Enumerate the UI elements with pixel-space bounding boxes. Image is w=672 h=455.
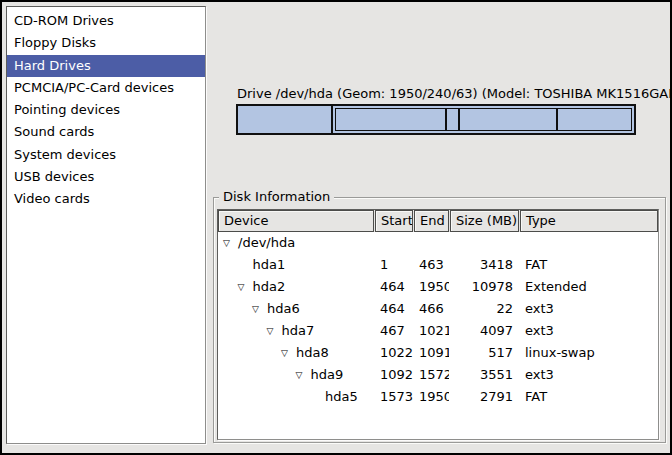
type-cell: FAT	[520, 386, 658, 408]
column-header-end[interactable]: End	[414, 210, 449, 232]
device-name: hda7	[282, 320, 315, 342]
table-body: ▽/dev/hdahda114633418FAT▽hda246419501097…	[218, 232, 658, 408]
device-name: hda5	[325, 386, 358, 408]
drive-title: Drive /dev/hda (Geom: 1950/240/63) (Mode…	[237, 86, 672, 101]
start-cell: 464	[375, 298, 413, 320]
device-cell: hda5	[218, 386, 374, 408]
size-cell: 3551	[450, 364, 519, 386]
column-header-type[interactable]: Type	[520, 210, 658, 232]
partition-segment-extended	[333, 106, 634, 135]
sidebar-item-video-cards[interactable]: Video cards	[7, 188, 205, 210]
tree-indent	[223, 375, 296, 376]
size-cell: 4097	[450, 320, 519, 342]
partition-segment-hda5	[557, 108, 632, 131]
start-cell: 1	[375, 254, 413, 276]
table-row-hda7[interactable]: ▽hda746710214097ext3	[218, 320, 658, 342]
disk-information-label: Disk Information	[219, 189, 334, 204]
type-cell: ext3	[520, 320, 658, 342]
start-cell	[375, 232, 413, 254]
partition-segment-hda7	[335, 108, 446, 131]
table-row-hda8[interactable]: ▽hda810221091517linux-swap	[218, 342, 658, 364]
device-cell: ▽hda2	[218, 276, 374, 298]
partition-segment-hda8	[446, 108, 459, 131]
sidebar-item-system-devices[interactable]: System devices	[7, 144, 205, 166]
table-row-hda2[interactable]: ▽hda2464195010978Extended	[218, 276, 658, 298]
end-cell: 1091	[414, 342, 449, 364]
device-name: hda6	[267, 298, 300, 320]
table-row-hda1[interactable]: hda114633418FAT	[218, 254, 658, 276]
start-cell: 467	[375, 320, 413, 342]
table-row-hda9[interactable]: ▽hda9109215723551ext3	[218, 364, 658, 386]
device-name: hda2	[253, 276, 286, 298]
expander-triangle-icon[interactable]: ▽	[267, 320, 282, 342]
partition-bar	[236, 104, 636, 135]
end-cell: 1572	[414, 364, 449, 386]
tree-indent	[223, 265, 238, 266]
device-cell: ▽hda9	[218, 364, 374, 386]
table-header-row: DeviceStartEndSize (MB)Type	[218, 210, 658, 232]
sidebar-item-hard-drives[interactable]: Hard Drives	[7, 55, 205, 77]
partition-segment-hda9	[459, 108, 557, 131]
column-header-size-mb-[interactable]: Size (MB)	[450, 210, 519, 232]
table-row-hda5[interactable]: hda5157319502791FAT	[218, 386, 658, 408]
device-cell: ▽hda7	[218, 320, 374, 342]
tree-indent	[223, 331, 267, 332]
end-cell: 1950	[414, 276, 449, 298]
device-name: hda1	[253, 254, 286, 276]
type-cell: ext3	[520, 298, 658, 320]
start-cell: 1092	[375, 364, 413, 386]
device-cell: ▽hda6	[218, 298, 374, 320]
partition-segment-primary	[238, 106, 333, 133]
end-cell	[414, 232, 449, 254]
end-cell: 463	[414, 254, 449, 276]
hardware-browser-window: CD-ROM DrivesFloppy DisksHard DrivesPCMC…	[0, 0, 672, 455]
device-name: hda9	[311, 364, 344, 386]
expander-triangle-icon[interactable]: ▽	[281, 342, 296, 364]
sidebar-item-floppy-disks[interactable]: Floppy Disks	[7, 32, 205, 54]
column-header-device[interactable]: Device	[218, 210, 374, 232]
device-name: /dev/hda	[238, 232, 295, 254]
size-cell: 517	[450, 342, 519, 364]
size-cell	[450, 232, 519, 254]
column-header-start[interactable]: Start	[375, 210, 413, 232]
size-cell: 3418	[450, 254, 519, 276]
tree-indent	[223, 353, 281, 354]
table-row--dev-hda[interactable]: ▽/dev/hda	[218, 232, 658, 254]
device-cell: ▽hda8	[218, 342, 374, 364]
device-category-list[interactable]: CD-ROM DrivesFloppy DisksHard DrivesPCMC…	[6, 6, 206, 444]
device-cell: ▽/dev/hda	[218, 232, 374, 254]
size-cell: 22	[450, 298, 519, 320]
expander-triangle-icon[interactable]: ▽	[252, 298, 267, 320]
size-cell: 2791	[450, 386, 519, 408]
end-cell: 466	[414, 298, 449, 320]
expander-triangle-icon[interactable]: ▽	[296, 364, 311, 386]
sidebar-item-pointing-devices[interactable]: Pointing devices	[7, 99, 205, 121]
expander-triangle-icon[interactable]: ▽	[223, 232, 238, 254]
expander-triangle-icon[interactable]: ▽	[238, 276, 253, 298]
sidebar-item-pcmcia-pc-card-devices[interactable]: PCMCIA/PC-Card devices	[7, 77, 205, 99]
type-cell: Extended	[520, 276, 658, 298]
table-row-hda6[interactable]: ▽hda646446622ext3	[218, 298, 658, 320]
type-cell: ext3	[520, 364, 658, 386]
start-cell: 1573	[375, 386, 413, 408]
start-cell: 1022	[375, 342, 413, 364]
tree-indent	[223, 309, 252, 310]
disk-information-table[interactable]: DeviceStartEndSize (MB)Type ▽/dev/hdahda…	[217, 209, 659, 440]
sidebar-item-usb-devices[interactable]: USB devices	[7, 166, 205, 188]
sidebar-item-cd-rom-drives[interactable]: CD-ROM Drives	[7, 10, 205, 32]
start-cell: 464	[375, 276, 413, 298]
end-cell: 1021	[414, 320, 449, 342]
type-cell: linux-swap	[520, 342, 658, 364]
tree-indent	[223, 287, 238, 288]
tree-indent	[223, 397, 310, 398]
sidebar-item-sound-cards[interactable]: Sound cards	[7, 121, 205, 143]
end-cell: 1950	[414, 386, 449, 408]
type-cell: FAT	[520, 254, 658, 276]
size-cell: 10978	[450, 276, 519, 298]
device-cell: hda1	[218, 254, 374, 276]
device-name: hda8	[296, 342, 329, 364]
type-cell	[520, 232, 658, 254]
